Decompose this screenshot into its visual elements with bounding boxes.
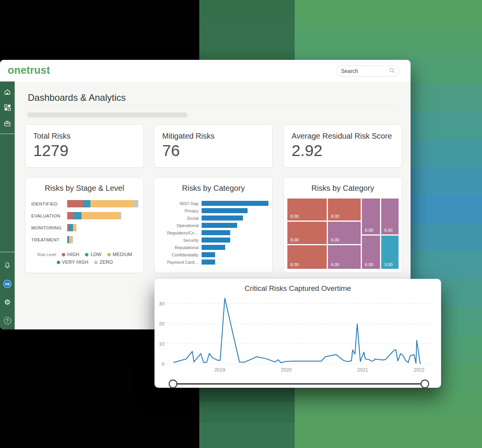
category-bar[interactable] — [202, 208, 248, 213]
bar-segment-medium[interactable] — [81, 212, 119, 219]
treemap-cell[interactable]: 8.00 — [287, 199, 327, 221]
gear-icon: ⚙ — [4, 299, 10, 306]
sidebar-item-settings[interactable]: ⚙ — [0, 299, 15, 306]
home-icon — [3, 88, 11, 97]
category-bar[interactable] — [202, 216, 243, 221]
bar-segment-low[interactable] — [83, 200, 90, 207]
treemap-cell-value: 3.00 — [384, 262, 392, 267]
bar-segment-medium[interactable] — [73, 224, 76, 231]
app-header: onetrust Search — [0, 60, 411, 81]
category-bar[interactable] — [202, 252, 215, 257]
y-axis-tick-label: 10 — [159, 341, 165, 347]
sidebar-user-avatar[interactable]: KB — [0, 280, 15, 288]
bar-track — [67, 236, 139, 243]
category-label: Payment Card… — [159, 260, 202, 265]
sidebar-item-help[interactable]: ? — [0, 317, 15, 324]
category-bar-row: Regulatory/Co… — [159, 230, 268, 235]
bar-track — [202, 245, 268, 250]
category-label: Security — [159, 238, 202, 243]
category-bar-row: Confidentiality — [159, 252, 268, 257]
slider-handle-end[interactable] — [421, 380, 429, 388]
category-bar-row: Security — [159, 238, 268, 243]
treemap-cell[interactable]: 8.00 — [328, 199, 361, 221]
grid-icon — [4, 104, 11, 113]
bar-segment-zero[interactable] — [119, 212, 121, 219]
category-bar[interactable] — [202, 245, 225, 250]
category-bar[interactable] — [202, 260, 215, 265]
search-input[interactable]: Search — [336, 66, 400, 76]
sidebar-divider-bottom — [0, 252, 15, 252]
treemap-cell-value: 6.00 — [384, 228, 392, 232]
bar-track — [202, 223, 268, 228]
sidebar-divider-top — [0, 134, 15, 134]
treemap-cell[interactable]: 8.00 — [287, 222, 327, 244]
legend-label: LOW — [90, 252, 101, 257]
treemap-cell[interactable]: 8.00 — [287, 245, 327, 269]
treemap-cell[interactable]: 6.00 — [328, 222, 361, 244]
bar-segment-high[interactable] — [67, 200, 83, 207]
screen: onetrust Search — [0, 0, 482, 448]
avatar: KB — [3, 280, 12, 288]
legend-label: VERY HIGH — [62, 260, 88, 265]
bar-track — [202, 238, 268, 243]
bar-segment-zero[interactable] — [72, 236, 73, 243]
y-axis-tick-label: 30 — [159, 301, 165, 307]
bar-track — [202, 230, 268, 235]
legend-item-high: HIGH — [62, 252, 79, 257]
category-bar[interactable] — [202, 223, 237, 228]
stacked-bar-row: IDENTIFIED — [31, 200, 139, 207]
category-label: Privacy — [159, 209, 202, 213]
stage-label: IDENTIFIED — [31, 202, 67, 206]
bar-segment-zero[interactable] — [134, 200, 138, 207]
critical-risks-overtime-card: Critical Risks Captured Overtime 0102030… — [154, 279, 441, 388]
category-label: Social — [159, 216, 202, 221]
slider-handle-start[interactable] — [169, 380, 177, 388]
chart-title: Risks by Stage & Level — [25, 184, 143, 193]
sidebar-item-dashboards[interactable] — [0, 104, 15, 113]
kpi-value: 1279 — [33, 142, 68, 160]
sidebar-item-notifications[interactable] — [0, 261, 15, 271]
bar-track — [202, 201, 268, 206]
legend-item-medium: MEDIUM — [107, 252, 132, 257]
critical-risks-line-series[interactable] — [174, 298, 420, 364]
bar-segment-low[interactable] — [69, 224, 73, 231]
category-bar-chart: NIST GapPrivacySocialOperationalRegulato… — [159, 201, 268, 267]
treemap-cell-value: 6.00 — [331, 238, 339, 242]
legend-dot — [62, 253, 65, 256]
treemap-cell-value: 6.00 — [365, 262, 373, 267]
x-axis-tick-label: 2021 — [357, 367, 368, 373]
bar-segment-medium[interactable] — [69, 236, 72, 243]
category-bar[interactable] — [202, 230, 230, 235]
stage-label: EVALUATION — [31, 214, 67, 218]
legend-item-zero: ZERO — [94, 260, 113, 265]
treemap-cell[interactable]: 6.00 — [362, 236, 380, 269]
kpi-card-total-risks: Total Risks 1279 — [25, 124, 144, 168]
sidebar-item-home[interactable] — [0, 88, 15, 97]
bar-segment-low[interactable] — [73, 212, 81, 219]
help-icon: ? — [4, 317, 11, 324]
risk-level-legend: Risk LevelHIGHLOWMEDIUMVERY HIGHZERO — [29, 252, 140, 265]
kpi-card-average-residual-risk-score: Average Residual Risk Score 2.92 — [283, 124, 402, 168]
sidebar-item-workspace[interactable] — [0, 120, 15, 129]
treemap-cell-value: 8.00 — [290, 238, 299, 242]
category-bar-row: Reputational — [159, 245, 268, 250]
bar-track — [202, 260, 268, 265]
onetrust-logo[interactable]: onetrust — [8, 64, 50, 76]
category-label: Operational — [159, 223, 202, 228]
x-axis-tick-label: 2022 — [414, 367, 424, 373]
category-bar[interactable] — [202, 201, 268, 206]
bar-track — [67, 224, 139, 231]
treemap-cell-value: 6.00 — [331, 262, 339, 267]
treemap-cell[interactable]: 6.00 — [362, 199, 380, 234]
category-bar[interactable] — [202, 238, 230, 243]
treemap-cell[interactable]: 6.00 — [328, 245, 361, 269]
search-placeholder: Search — [341, 68, 358, 74]
treemap-cell[interactable]: 6.00 — [381, 199, 399, 234]
bar-track — [202, 216, 268, 221]
bar-track — [202, 252, 268, 257]
bar-segment-high[interactable] — [67, 212, 73, 219]
bar-segment-medium[interactable] — [90, 200, 134, 207]
search-icon[interactable] — [389, 67, 395, 75]
category-bar-row: Payment Card… — [159, 260, 268, 265]
treemap-cell[interactable]: 3.00 — [381, 236, 399, 269]
